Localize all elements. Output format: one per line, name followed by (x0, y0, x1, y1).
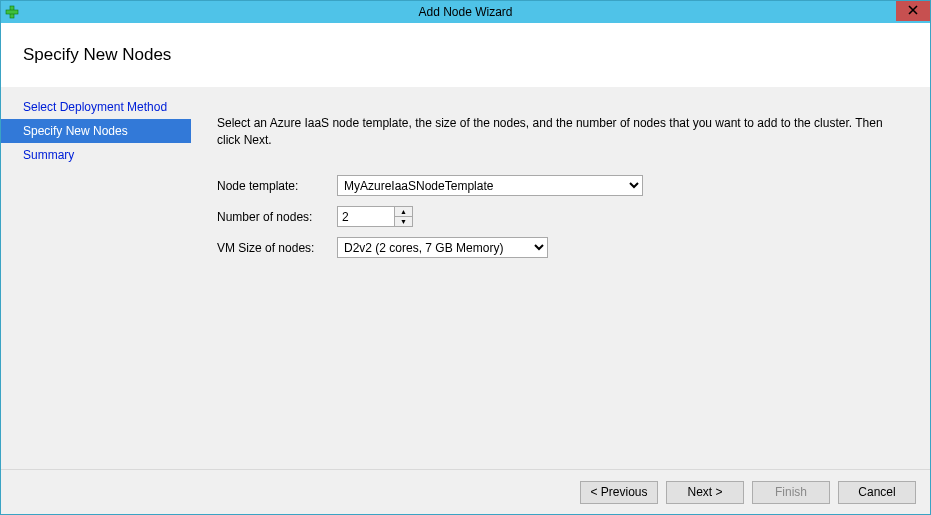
svg-rect-1 (6, 10, 18, 14)
spinner-up[interactable]: ▲ (395, 207, 412, 217)
row-node-template: Node template: MyAzureIaaSNodeTemplate (217, 175, 896, 196)
next-button[interactable]: Next > (666, 481, 744, 504)
button-bar: < Previous Next > Finish Cancel (1, 469, 930, 514)
sidebar-item-label: Specify New Nodes (23, 124, 128, 138)
node-count-input[interactable] (338, 207, 394, 226)
label-vm-size: VM Size of nodes: (217, 241, 337, 255)
page-header: Specify New Nodes (1, 23, 930, 87)
sidebar-item-select-deployment[interactable]: Select Deployment Method (1, 95, 191, 119)
body: Select Deployment Method Specify New Nod… (1, 87, 930, 469)
title-bar: Add Node Wizard (1, 1, 930, 23)
instruction-text: Select an Azure IaaS node template, the … (217, 115, 896, 149)
label-node-template: Node template: (217, 179, 337, 193)
label-node-count: Number of nodes: (217, 210, 337, 224)
spinner-arrows: ▲ ▼ (394, 207, 412, 226)
cancel-button[interactable]: Cancel (838, 481, 916, 504)
sidebar-item-summary[interactable]: Summary (1, 143, 191, 167)
wizard-window: Add Node Wizard Specify New Nodes Select… (0, 0, 931, 515)
node-count-spinner: ▲ ▼ (337, 206, 413, 227)
spinner-down[interactable]: ▼ (395, 217, 412, 226)
vm-size-select[interactable]: D2v2 (2 cores, 7 GB Memory) (337, 237, 548, 258)
close-button[interactable] (896, 1, 930, 21)
finish-button[interactable]: Finish (752, 481, 830, 504)
sidebar-item-specify-nodes[interactable]: Specify New Nodes (1, 119, 191, 143)
wizard-sidebar: Select Deployment Method Specify New Nod… (1, 87, 191, 469)
sidebar-item-label: Select Deployment Method (23, 100, 167, 114)
node-template-select[interactable]: MyAzureIaaSNodeTemplate (337, 175, 643, 196)
app-icon (5, 5, 19, 19)
sidebar-item-label: Summary (23, 148, 74, 162)
row-vm-size: VM Size of nodes: D2v2 (2 cores, 7 GB Me… (217, 237, 896, 258)
content-pane: Select an Azure IaaS node template, the … (191, 87, 930, 469)
chevron-down-icon: ▼ (400, 218, 407, 225)
page-title: Specify New Nodes (23, 45, 171, 65)
chevron-up-icon: ▲ (400, 208, 407, 215)
row-node-count: Number of nodes: ▲ ▼ (217, 206, 896, 227)
previous-button[interactable]: < Previous (580, 481, 658, 504)
window-title: Add Node Wizard (1, 5, 930, 19)
close-icon (908, 4, 918, 18)
